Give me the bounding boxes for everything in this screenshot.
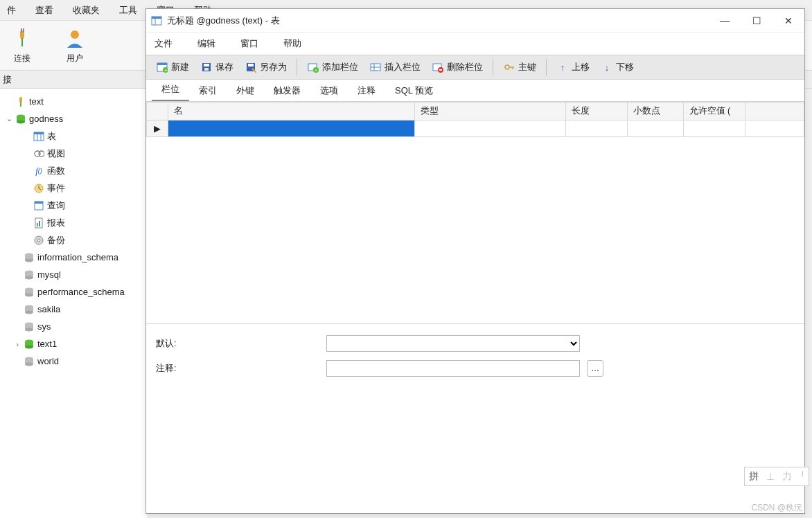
ime-indicator[interactable]: 拼 ⊥ 力 ╵ xyxy=(744,467,809,486)
tab-comment[interactable]: 注释 xyxy=(348,80,385,101)
prop-default-select[interactable] xyxy=(326,335,580,352)
svg-rect-1 xyxy=(21,28,22,33)
tree-db-godness[interactable]: ⌄ godness xyxy=(0,110,148,127)
svg-rect-3 xyxy=(21,38,23,46)
connection-tree[interactable]: text ⌄ godness 表 视图 f() 函数 xyxy=(0,89,148,518)
tree-node-tables[interactable]: 表 xyxy=(0,127,148,145)
tree-db-sakila[interactable]: sakila xyxy=(0,301,148,318)
cell-decimal[interactable] xyxy=(628,120,683,137)
btn-insert-field[interactable]: 插入栏位 xyxy=(364,57,426,77)
save-as-icon xyxy=(245,61,257,73)
dmenu-window[interactable]: 窗口 xyxy=(240,37,271,50)
col-name[interactable]: 名 xyxy=(168,102,414,120)
tab-options[interactable]: 选项 xyxy=(310,80,348,101)
menu-tools[interactable]: 工具 xyxy=(109,0,147,20)
tab-foreign-keys[interactable]: 外键 xyxy=(227,80,264,101)
window-title: 无标题 @godness (text) - 表 xyxy=(167,15,709,27)
tree-node-events[interactable]: 事件 xyxy=(0,179,148,197)
key-icon xyxy=(503,61,515,73)
btn-move-up[interactable]: ↑ 上移 xyxy=(551,57,595,77)
database-icon xyxy=(14,114,28,125)
sub-header-label: 接 xyxy=(3,73,12,86)
btn-save-as[interactable]: 另存为 xyxy=(239,57,292,77)
cell-length[interactable] xyxy=(565,120,628,137)
svg-point-37 xyxy=(25,310,33,314)
tree-db-information-schema[interactable]: information_schema xyxy=(0,249,148,266)
btn-move-down[interactable]: ↓ 下移 xyxy=(595,57,639,77)
add-field-icon: + xyxy=(307,61,319,73)
toolbar-user-button[interactable]: 用户 xyxy=(62,26,87,64)
grid-row[interactable]: ▶ xyxy=(147,120,804,137)
btn-primary-key[interactable]: 主键 xyxy=(497,57,542,77)
tree-db-sys[interactable]: sys xyxy=(0,318,148,335)
ime-glyph: 拼 xyxy=(749,470,759,483)
btn-delete-field[interactable]: 删除栏位 xyxy=(426,57,488,77)
dmenu-edit[interactable]: 编辑 xyxy=(197,37,228,50)
cell-allow-null[interactable] xyxy=(683,120,745,137)
svg-text:+: + xyxy=(164,67,168,73)
designer-menu-bar: 文件 编辑 窗口 帮助 xyxy=(146,33,804,55)
fields-grid-area[interactable]: 名 类型 长度 小数点 允许空值 ( ▶ xyxy=(146,102,804,323)
prop-comment-input[interactable] xyxy=(326,360,580,377)
tree-node-functions[interactable]: f() 函数 xyxy=(0,162,148,179)
designer-tab-strip: 栏位 索引 外键 触发器 选项 注释 SQL 预览 xyxy=(146,80,804,102)
col-allow-null[interactable]: 允许空值 ( xyxy=(683,102,745,120)
svg-rect-56 xyxy=(204,68,209,71)
tab-fields[interactable]: 栏位 xyxy=(152,79,189,101)
toolbar-separator xyxy=(493,59,493,75)
delete-field-icon xyxy=(432,61,444,73)
database-icon xyxy=(22,339,36,350)
watermark: CSDN @秩沅 xyxy=(751,502,802,514)
row-indicator-icon: ▶ xyxy=(147,120,168,137)
col-type[interactable]: 类型 xyxy=(414,102,565,120)
tree-db-world[interactable]: world xyxy=(0,352,148,370)
dmenu-file[interactable]: 文件 xyxy=(155,37,185,50)
fields-grid[interactable]: 名 类型 长度 小数点 允许空值 ( ▶ xyxy=(146,102,804,137)
event-icon xyxy=(32,183,46,194)
prop-comment-label: 注释: xyxy=(156,362,319,375)
tree-node-queries[interactable]: 查询 xyxy=(0,197,148,214)
tree-connection-text[interactable]: text xyxy=(0,93,148,110)
toolbar-connect-label: 连接 xyxy=(14,53,30,64)
menu-view[interactable]: 查看 xyxy=(26,0,63,20)
tree-node-backups[interactable]: 备份 xyxy=(0,231,148,249)
tree-node-views[interactable]: 视图 xyxy=(0,145,148,162)
ime-glyph: ⊥ xyxy=(766,471,775,482)
database-icon xyxy=(22,304,36,315)
tab-indexes[interactable]: 索引 xyxy=(189,80,227,101)
svg-point-28 xyxy=(25,258,33,262)
svg-point-4 xyxy=(71,30,79,39)
arrow-down-icon: ↓ xyxy=(601,61,613,73)
maximize-button[interactable]: ☐ xyxy=(741,9,773,32)
svg-rect-58 xyxy=(248,64,254,66)
menu-favorites[interactable]: 收藏夹 xyxy=(63,0,109,20)
prop-comment-more-button[interactable]: … xyxy=(587,360,603,377)
chevron-down-icon: ⌄ xyxy=(4,114,14,123)
tab-sql-preview[interactable]: SQL 预览 xyxy=(385,80,443,101)
btn-new[interactable]: + 新建 xyxy=(150,57,195,77)
minimize-button[interactable]: — xyxy=(709,9,741,32)
cell-name-active[interactable] xyxy=(168,120,414,137)
btn-add-field[interactable]: + 添加栏位 xyxy=(301,57,364,77)
tree-db-performance-schema[interactable]: performance_schema xyxy=(0,283,148,301)
toolbar-connect-button[interactable]: 连接 xyxy=(10,26,35,64)
svg-rect-55 xyxy=(204,64,209,66)
table-app-icon xyxy=(146,15,167,26)
dmenu-help[interactable]: 帮助 xyxy=(283,37,314,50)
col-decimal[interactable]: 小数点 xyxy=(628,102,683,120)
tree-db-text1[interactable]: › text1 xyxy=(0,335,148,352)
prop-default-label: 默认: xyxy=(156,337,319,350)
tab-triggers[interactable]: 触发器 xyxy=(264,80,310,101)
close-button[interactable]: ✕ xyxy=(773,9,804,32)
ime-glyph: 力 xyxy=(782,470,792,483)
btn-save[interactable]: 保存 xyxy=(195,57,239,77)
titlebar[interactable]: 无标题 @godness (text) - 表 — ☐ ✕ xyxy=(146,9,804,33)
tree-node-reports[interactable]: 报表 xyxy=(0,214,148,231)
toolbar-separator xyxy=(297,59,297,75)
toolbar-separator xyxy=(546,59,547,75)
menu-file-partial[interactable]: 件 xyxy=(0,0,26,20)
cell-type[interactable] xyxy=(414,120,565,137)
svg-rect-6 xyxy=(20,102,21,107)
col-length[interactable]: 长度 xyxy=(565,102,628,120)
tree-db-mysql[interactable]: mysql xyxy=(0,266,148,283)
